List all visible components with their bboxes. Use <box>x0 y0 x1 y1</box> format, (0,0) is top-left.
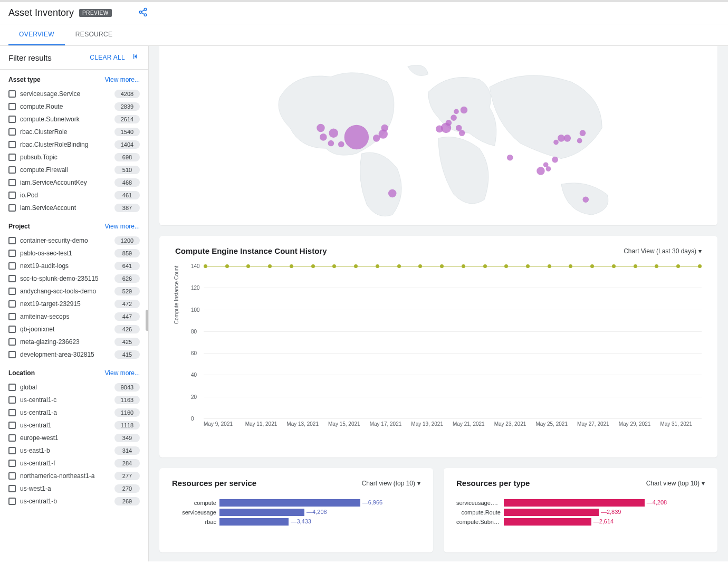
filter-row[interactable]: us-central1-b269 <box>8 495 140 508</box>
filter-row[interactable]: scc-to-splunk-demo-235115626 <box>8 272 140 285</box>
clear-all-button[interactable]: CLEAR ALL <box>90 54 125 61</box>
data-point[interactable] <box>225 264 229 268</box>
filter-row[interactable]: us-central1-a1160 <box>8 406 140 419</box>
map-bubble[interactable] <box>461 107 468 114</box>
filter-row[interactable]: container-security-demo1200 <box>8 234 140 247</box>
view-more-link[interactable]: View more... <box>105 223 140 230</box>
data-point[interactable] <box>332 264 336 268</box>
map-bubble[interactable] <box>344 125 369 150</box>
filter-checkbox[interactable] <box>8 250 16 257</box>
filter-checkbox[interactable] <box>8 351 16 358</box>
map-bubble[interactable] <box>558 135 565 142</box>
filter-checkbox[interactable] <box>8 384 16 391</box>
filter-checkbox[interactable] <box>8 204 16 212</box>
map-bubble[interactable] <box>328 140 334 147</box>
filter-row[interactable]: compute.Subnetwork2614 <box>8 113 140 126</box>
filter-checkbox[interactable] <box>8 288 16 295</box>
map-bubble[interactable] <box>436 126 443 133</box>
map-bubble[interactable] <box>317 124 325 132</box>
filter-checkbox[interactable] <box>8 498 16 505</box>
filter-row[interactable]: us-central1-c1163 <box>8 394 140 406</box>
filter-checkbox[interactable] <box>8 116 16 123</box>
data-point[interactable] <box>504 264 508 268</box>
resources-per-service-dropdown[interactable]: Chart view (top 10) ▾ <box>362 480 420 487</box>
bar-fill[interactable] <box>504 518 591 526</box>
map-bubble[interactable] <box>451 114 457 121</box>
map-bubble[interactable] <box>456 125 462 131</box>
filter-checkbox[interactable] <box>8 262 16 270</box>
filter-row[interactable]: global9043 <box>8 381 140 394</box>
filter-row[interactable]: northamerica-northeast1-a277 <box>8 470 140 482</box>
collapse-sidebar-icon[interactable] <box>131 52 140 63</box>
tab-overview[interactable]: OVERVIEW <box>8 24 65 45</box>
view-more-link[interactable]: View more... <box>105 76 140 83</box>
view-more-link[interactable]: View more... <box>105 369 140 377</box>
data-point[interactable] <box>290 264 293 268</box>
filter-checkbox[interactable] <box>8 447 16 454</box>
data-point[interactable] <box>526 264 530 268</box>
filter-row[interactable]: us-central11118 <box>8 419 140 432</box>
filter-checkbox[interactable] <box>8 485 16 492</box>
resources-per-type-dropdown[interactable]: Chart view (top 10) ▾ <box>646 480 705 487</box>
data-point[interactable] <box>655 264 658 268</box>
map-bubble[interactable] <box>537 167 545 175</box>
filter-checkbox[interactable] <box>8 166 16 174</box>
map-bubble[interactable] <box>577 138 582 144</box>
data-point[interactable] <box>397 264 401 268</box>
filter-checkbox[interactable] <box>8 300 16 308</box>
filter-row[interactable]: europe-west1349 <box>8 432 140 444</box>
filter-row[interactable]: iam.ServiceAccountKey468 <box>8 176 140 189</box>
map-bubble[interactable] <box>446 120 452 126</box>
bar-fill[interactable] <box>504 499 645 507</box>
filter-row[interactable]: serviceusage.Service4208 <box>8 88 140 100</box>
filter-row[interactable]: development-area-302815415 <box>8 348 140 361</box>
data-point[interactable] <box>354 264 358 268</box>
filter-row[interactable]: io.Pod461 <box>8 189 140 202</box>
filter-checkbox[interactable] <box>8 141 16 148</box>
filter-checkbox[interactable] <box>8 326 16 333</box>
filter-row[interactable]: us-west1-a270 <box>8 482 140 495</box>
filter-checkbox[interactable] <box>8 338 16 346</box>
filter-checkbox[interactable] <box>8 90 16 98</box>
filter-row[interactable]: next19-target-232915472 <box>8 298 140 310</box>
data-point[interactable] <box>569 264 572 268</box>
data-point[interactable] <box>376 264 379 268</box>
data-point[interactable] <box>204 264 207 268</box>
map-bubble[interactable] <box>381 125 388 132</box>
map-bubble[interactable] <box>580 130 586 136</box>
filter-checkbox[interactable] <box>8 154 16 161</box>
filter-row[interactable]: us-east1-b314 <box>8 444 140 457</box>
filter-checkbox[interactable] <box>8 103 16 110</box>
filter-row[interactable]: iam.ServiceAccount387 <box>8 202 140 214</box>
bar-fill[interactable] <box>219 509 304 516</box>
filter-checkbox[interactable] <box>8 409 16 416</box>
bar-fill[interactable] <box>504 509 599 516</box>
filter-row[interactable]: rbac.ClusterRole1540 <box>8 126 140 138</box>
map-bubble[interactable] <box>582 196 589 203</box>
map-bubble[interactable] <box>553 140 559 145</box>
filter-checkbox[interactable] <box>8 128 16 136</box>
filter-checkbox[interactable] <box>8 237 16 244</box>
filter-checkbox[interactable] <box>8 460 16 467</box>
data-point[interactable] <box>418 264 422 268</box>
filter-row[interactable]: pubsub.Topic698 <box>8 151 140 164</box>
bar-fill[interactable] <box>219 518 289 526</box>
filter-checkbox[interactable] <box>8 192 16 199</box>
tab-resource[interactable]: RESOURCE <box>65 24 123 45</box>
filter-checkbox[interactable] <box>8 179 16 186</box>
filter-row[interactable]: compute.Route2839 <box>8 100 140 113</box>
filter-row[interactable]: compute.Firewall510 <box>8 164 140 176</box>
map-bubble[interactable] <box>552 157 558 163</box>
map-bubble[interactable] <box>388 189 397 198</box>
data-point[interactable] <box>246 264 250 268</box>
filter-checkbox[interactable] <box>8 275 16 282</box>
data-point[interactable] <box>462 264 465 268</box>
data-point[interactable] <box>612 264 616 268</box>
bar-fill[interactable] <box>219 499 360 507</box>
map-bubble[interactable] <box>338 141 344 148</box>
data-point[interactable] <box>268 264 272 268</box>
filter-checkbox[interactable] <box>8 422 16 429</box>
filter-row[interactable]: next19-audit-logs641 <box>8 260 140 272</box>
data-point[interactable] <box>590 264 594 268</box>
sidebar-scrollbar[interactable] <box>146 310 149 331</box>
